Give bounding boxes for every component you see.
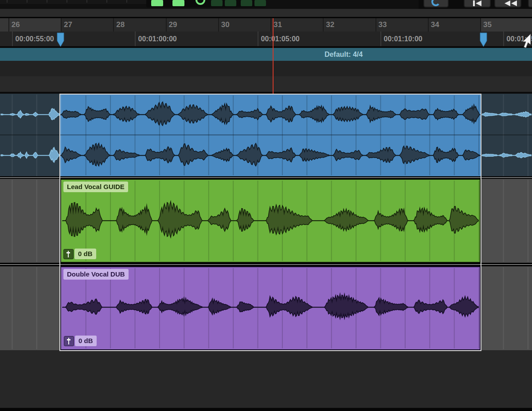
bar-tick (61, 18, 62, 32)
timecode-label: 00:00:55:00 (16, 32, 54, 46)
timecode-tick (258, 32, 258, 46)
toolbar-separator (47, 0, 47, 3)
loop-button[interactable] (423, 0, 449, 8)
timecode-label: 00:01:10:00 (384, 32, 422, 46)
timecode-tick (503, 32, 504, 46)
track3-lane-outside-right[interactable] (481, 266, 532, 350)
track2-lane-outside-left[interactable] (0, 179, 59, 263)
bar-tick (218, 18, 219, 32)
loop-icon (424, 0, 448, 7)
track-separator-line[interactable] (0, 177, 532, 178)
track-separator-line[interactable] (0, 264, 532, 265)
bar-tick (480, 18, 481, 32)
track1-lane-outside-right[interactable] (481, 94, 532, 176)
bar-number: 32 (326, 18, 334, 32)
toolbar-substrip (0, 9, 532, 17)
timecode-label: 00:01:05:00 (261, 32, 300, 46)
audio-event-stereo[interactable] (60, 95, 481, 176)
bar-number: 35 (483, 18, 492, 32)
track1-lane-outside-left[interactable] (0, 94, 59, 176)
timecode-tick (12, 32, 13, 46)
gain-value-lead-vocal[interactable]: 0 dB (74, 249, 96, 259)
bar-number: 31 (274, 18, 282, 32)
toolbar-separator (106, 0, 107, 3)
bar-tick (323, 18, 324, 32)
return-to-start-button[interactable] (464, 0, 491, 8)
empty-arrange-area (0, 351, 532, 408)
toolbar (0, 0, 532, 9)
gain-fader-icon[interactable] (64, 336, 74, 346)
toolbar-separator (66, 0, 67, 3)
bar-number: 30 (221, 18, 230, 32)
bar-number: 28 (116, 18, 125, 32)
tempo-display-digit (172, 0, 184, 6)
display-digit-dim (211, 0, 223, 6)
skip-to-start-icon (465, 0, 490, 7)
divider (0, 92, 532, 94)
arranger-track-lane (0, 61, 532, 76)
bar-number: 29 (169, 18, 177, 32)
toolbar-separator (126, 0, 127, 3)
display-digit-dim (241, 0, 252, 6)
rewind-button[interactable] (494, 0, 521, 8)
bar-number: 34 (431, 18, 439, 32)
display-digit-dim (225, 0, 236, 6)
toolbar-separator (86, 0, 87, 3)
transport-button-partial[interactable] (528, 0, 532, 8)
bar-tick (428, 18, 429, 32)
bar-tick (166, 18, 167, 32)
tempo-display-digit (151, 0, 163, 6)
track3-lane-outside-left[interactable] (0, 266, 59, 350)
seconds-tick-strip[interactable] (0, 76, 532, 92)
toolbar-separator (27, 0, 27, 3)
track2-lane-outside-right[interactable] (481, 179, 532, 263)
rewind-icon (495, 0, 520, 7)
gain-fader-icon[interactable] (63, 249, 74, 259)
bar-number: 27 (64, 18, 72, 32)
bar-tick (376, 18, 376, 32)
bar-tick (270, 18, 271, 32)
bar-number: 26 (12, 18, 20, 32)
bottom-edge (0, 408, 532, 411)
bar-tick (113, 18, 114, 32)
gain-value-double-vocal[interactable]: 0 dB (75, 336, 97, 346)
metronome-icon[interactable] (191, 0, 208, 7)
bar-tick (8, 18, 9, 32)
bar-number: 33 (379, 18, 387, 32)
timecode-tick (380, 32, 381, 46)
timecode-tick (135, 32, 136, 46)
display-digit-dim (254, 0, 266, 6)
event-label-lead-vocal[interactable]: Lead Vocal GUIDE (63, 182, 128, 192)
timecode-label: 00:01:00:00 (138, 32, 177, 46)
toolbar-separator (7, 0, 8, 3)
time-signature-label: Default: 4/4 (259, 48, 428, 61)
timecode-label: 00:01:15:00 (507, 32, 532, 46)
playhead[interactable] (273, 18, 274, 94)
arrangement-view: Default: 4/4 Lead Vocal GUIDE 0 dB Doubl… (0, 0, 532, 411)
event-label-double-vocal[interactable]: Double Vocal DUB (63, 269, 129, 280)
